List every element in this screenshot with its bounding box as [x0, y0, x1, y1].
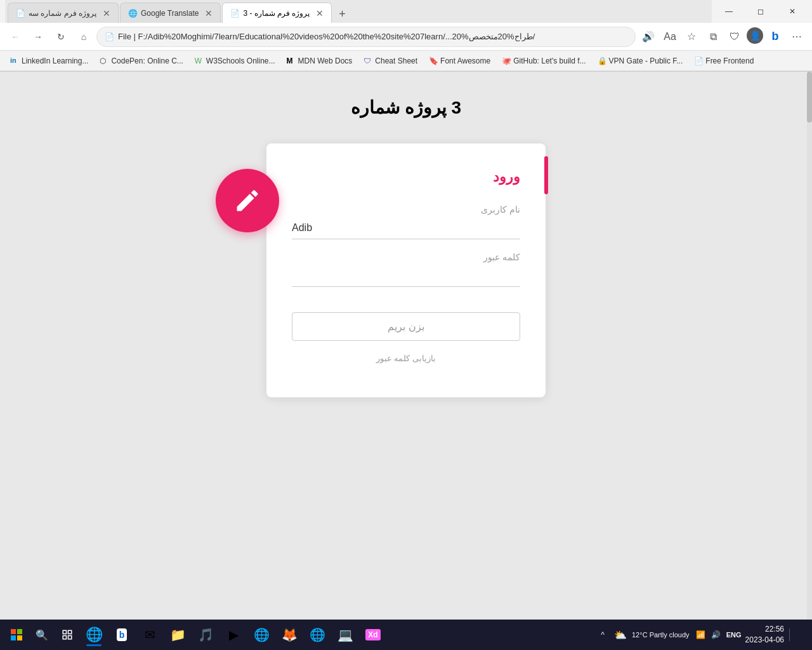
- weather-text: 12°C Partly cloudy: [632, 631, 690, 639]
- more-button[interactable]: ⋯: [787, 27, 807, 47]
- freefrontend-icon: 📄: [694, 56, 703, 65]
- bookmark-w3schools[interactable]: W W3Schools Online...: [190, 55, 280, 67]
- bookmark-vpngate-label: VPN Gate - Public F...: [609, 56, 683, 65]
- taskbar-mail[interactable]: ✉: [137, 622, 162, 647]
- bookmark-freefrontend[interactable]: 📄 Free Frontend: [689, 55, 759, 67]
- taskbar-edge[interactable]: 🌐: [81, 622, 107, 647]
- search-button[interactable]: 🔍: [30, 623, 53, 646]
- system-clock[interactable]: 22:56 2023-04-06: [745, 624, 784, 646]
- taskbar-vscode[interactable]: 💻: [332, 622, 358, 647]
- read-aloud-button[interactable]: 🔊: [638, 27, 658, 47]
- codepen-icon: ⬡: [100, 56, 108, 65]
- page-content: 3 پروژه شماره ورود نام کاربری کلمه عبور …: [0, 72, 812, 628]
- taskbar-explorer[interactable]: 📁: [165, 622, 190, 647]
- bookmark-mdn-label: MDN Web Docs: [298, 56, 353, 65]
- minimize-button[interactable]: —: [714, 1, 743, 22]
- username-input[interactable]: [292, 217, 520, 239]
- username-group: نام کاربری: [292, 204, 520, 239]
- tab-1[interactable]: 📄 پروژه فرم شماره سه ✕: [8, 3, 119, 23]
- svg-rect-6: [63, 636, 66, 639]
- scrollbar[interactable]: [807, 72, 812, 628]
- immersive-reader-button[interactable]: Aa: [660, 27, 680, 47]
- svg-rect-5: [69, 630, 72, 633]
- refresh-button[interactable]: ↻: [51, 27, 71, 47]
- new-tab-button[interactable]: +: [333, 5, 351, 23]
- window-controls: — ◻ ✕: [714, 1, 807, 22]
- collections-button[interactable]: ⧉: [703, 27, 723, 47]
- back-button[interactable]: ←: [5, 27, 25, 47]
- tab-3-favicon: 📄: [230, 9, 239, 18]
- tray-icons: 📶 🔊: [695, 628, 723, 641]
- weather-icon[interactable]: ⛅: [614, 628, 627, 641]
- tab-1-title: پروژه فرم شماره سه: [29, 9, 96, 18]
- volume-icon[interactable]: 🔊: [710, 628, 723, 641]
- bookmark-github-label: GitHub: Let's build f...: [513, 56, 586, 65]
- taskbar-firefox[interactable]: 🦊: [277, 622, 302, 647]
- address-bar: ← → ↻ ⌂ 📄 File | F:/Adib%20Moghimi/7lear…: [0, 23, 812, 51]
- widgets-button[interactable]: [56, 623, 79, 646]
- address-text: File | F:/Adib%20Moghimi/7learn/Educatio…: [118, 32, 627, 41]
- page-title: 3 پروژه شماره: [351, 97, 461, 118]
- tab-2[interactable]: 🌐 Google Translate ✕: [120, 3, 221, 23]
- bookmark-fontawesome-label: Font Awesome: [440, 56, 490, 65]
- system-tray: ^ ⛅ 12°C Partly cloudy 📶 🔊 ENG 22:56 202…: [596, 624, 807, 646]
- title-bar: 📄 پروژه فرم شماره سه ✕ 🌐 Google Translat…: [0, 0, 812, 23]
- bookmark-cheatsheet-label: Cheat Sheet: [375, 56, 417, 65]
- windows-logo-icon: [11, 629, 22, 640]
- taskbar-media[interactable]: 🎵: [193, 622, 218, 647]
- tab-1-close[interactable]: ✕: [103, 8, 110, 18]
- tab-2-favicon: 🌐: [128, 9, 137, 18]
- taskbar-chrome[interactable]: 🌐: [304, 622, 330, 647]
- svg-rect-7: [69, 636, 72, 639]
- taskbar-xd[interactable]: Xd: [360, 622, 386, 647]
- forgot-password-link[interactable]: بازیابی کلمه عبور: [292, 354, 520, 363]
- taskbar-bing[interactable]: b: [109, 622, 134, 647]
- tab-2-close[interactable]: ✕: [205, 8, 213, 18]
- bookmark-mdn[interactable]: M MDN Web Docs: [282, 55, 358, 67]
- bookmark-github[interactable]: 🐙 GitHub: Let's build f...: [497, 55, 591, 67]
- language-indicator[interactable]: ENG: [728, 628, 740, 641]
- svg-rect-0: [11, 629, 16, 634]
- show-desktop-button[interactable]: [789, 628, 802, 641]
- restore-button[interactable]: ◻: [746, 1, 775, 22]
- scroll-thumb[interactable]: [807, 72, 812, 123]
- tray-expand-icon[interactable]: ^: [596, 628, 609, 641]
- clock-time: 22:56: [745, 624, 784, 635]
- clock-date: 2023-04-06: [745, 635, 784, 646]
- taskbar-browser2[interactable]: 🌐: [249, 622, 274, 647]
- toolbar-icons: 🔊 Aa ☆ ⧉ 🛡 👤 b ⋯: [638, 27, 807, 47]
- bookmark-linkedin[interactable]: in LinkedIn Learning...: [5, 55, 93, 67]
- bookmark-codepen-label: CodePen: Online C...: [111, 56, 183, 65]
- taskbar-video[interactable]: ▶: [221, 622, 246, 647]
- browser-essentials-button[interactable]: 🛡: [724, 27, 745, 47]
- browser-chrome: 📄 پروژه فرم شماره سه ✕ 🌐 Google Translat…: [0, 0, 812, 72]
- tab-3-close[interactable]: ✕: [316, 8, 324, 18]
- bookmark-w3schools-label: W3Schools Online...: [206, 56, 275, 65]
- address-input-wrapper[interactable]: 📄 File | F:/Adib%20Moghimi/7learn/Educat…: [96, 27, 636, 47]
- bookmark-codepen[interactable]: ⬡ CodePen: Online C...: [95, 55, 188, 67]
- bookmark-vpngate[interactable]: 🔒 VPN Gate - Public F...: [593, 55, 688, 67]
- password-input[interactable]: [292, 265, 520, 287]
- password-label: کلمه عبور: [292, 252, 520, 262]
- submit-button[interactable]: بزن بریم: [292, 312, 520, 341]
- close-button[interactable]: ✕: [778, 1, 807, 22]
- fontawesome-icon: 🔖: [429, 56, 438, 65]
- network-icon[interactable]: 📶: [695, 628, 707, 641]
- widgets-icon: [62, 629, 73, 640]
- home-button[interactable]: ⌂: [74, 27, 94, 47]
- start-button[interactable]: [5, 623, 28, 646]
- bookmarks-bar: in LinkedIn Learning... ⬡ CodePen: Onlin…: [0, 51, 812, 71]
- bookmark-freefrontend-label: Free Frontend: [705, 56, 754, 65]
- profile-button[interactable]: 👤: [746, 27, 764, 44]
- forward-button[interactable]: →: [28, 27, 48, 47]
- profile-avatar: 👤: [747, 27, 763, 44]
- bookmark-fontawesome[interactable]: 🔖 Font Awesome: [424, 55, 495, 67]
- tab-3[interactable]: 📄 پروژه فرم شماره - 3 ✕: [222, 3, 332, 23]
- taskbar: 🔍 🌐 b ✉ 📁 🎵 ▶ 🌐 🦊 🌐 💻 Xd: [0, 620, 812, 650]
- login-title: ورود: [493, 169, 520, 185]
- username-label: نام کاربری: [292, 204, 520, 215]
- bing-button[interactable]: b: [765, 27, 785, 47]
- favorites-button[interactable]: ☆: [681, 27, 702, 47]
- mdn-icon: M: [287, 56, 296, 65]
- bookmark-cheatsheet[interactable]: 🛡 Cheat Sheet: [358, 55, 422, 67]
